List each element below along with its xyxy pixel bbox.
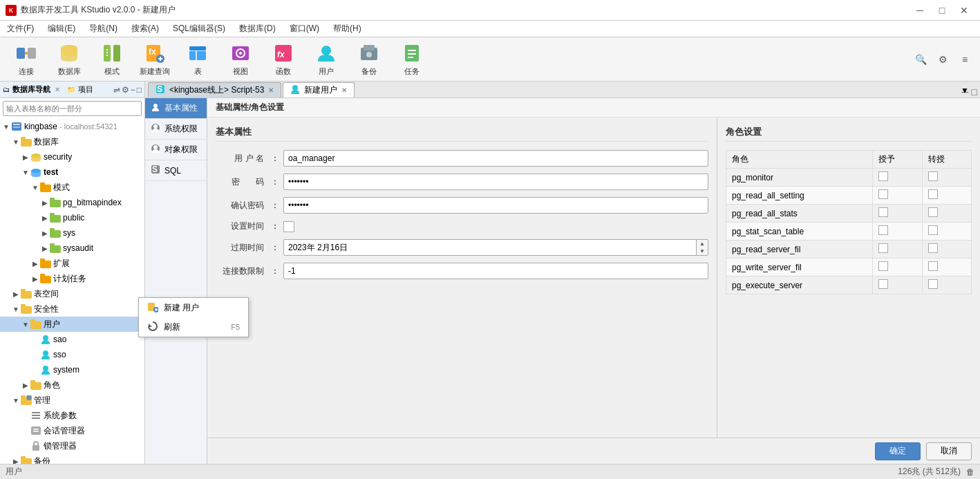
- tree-item-users[interactable]: ▼ 用户: [0, 317, 144, 332]
- confirm-pwd-input[interactable]: [283, 197, 708, 214]
- tree-item-pg-bitmapindex[interactable]: ▶ pg_bitmapindex: [0, 195, 144, 210]
- tree-toggle-sysaudit[interactable]: ▶: [40, 243, 50, 253]
- tab-script53[interactable]: S <kingbase线上> Script-53 ✕: [148, 82, 281, 97]
- with-grant-check-pg-read-server-fil[interactable]: [928, 243, 938, 253]
- sidebar-config-btn[interactable]: ⚙: [122, 85, 129, 95]
- expire-time-up[interactable]: ▲: [697, 240, 708, 247]
- sidebar-expand-btn[interactable]: □: [137, 85, 142, 95]
- grant-check-pg-read-server-fil[interactable]: [878, 243, 888, 253]
- menu-database[interactable]: 数据库(D): [232, 21, 283, 36]
- tree-item-lock-mgr[interactable]: ▶ 锁管理器: [0, 438, 144, 453]
- toolbar-view[interactable]: 视图: [220, 41, 261, 78]
- sidebar-close-btn[interactable]: ✕: [55, 86, 60, 93]
- tree-toggle-schedule[interactable]: ▶: [30, 274, 40, 283]
- grant-check-pg-execute-server[interactable]: [878, 279, 888, 289]
- toolbar-database[interactable]: 数据库: [48, 41, 90, 78]
- tree-toggle-security[interactable]: ▶: [21, 152, 30, 162]
- tab-bar-maximize[interactable]: □: [972, 86, 977, 97]
- tree-item-public[interactable]: ▶ public: [0, 210, 144, 225]
- tree-toggle-users[interactable]: ▼: [21, 319, 30, 329]
- tree-item-sao[interactable]: ▶ sao: [0, 332, 144, 347]
- tree-item-tablespace[interactable]: ▶ 表空间: [0, 286, 144, 301]
- grant-check-pg-read-all-stats[interactable]: [878, 207, 888, 217]
- tree-toggle-pg-bitmapindex[interactable]: ▶: [40, 198, 50, 207]
- tree-item-kingbase[interactable]: ▼ kingbase - localhost:54321: [0, 119, 144, 134]
- sidebar-collapse-btn[interactable]: −: [131, 85, 135, 95]
- grant-check-pg-stat-scan-table[interactable]: [878, 225, 888, 235]
- tree-item-security[interactable]: ▶ security: [0, 149, 144, 165]
- tree-item-extensions[interactable]: ▶ 扩展: [0, 256, 144, 271]
- tree-toggle-test[interactable]: ▼: [21, 167, 30, 177]
- tab-script53-close[interactable]: ✕: [268, 86, 274, 94]
- menu-help[interactable]: 帮助(H): [326, 21, 368, 36]
- search-toolbar-button[interactable]: 🔍: [911, 50, 930, 69]
- menu-sql-editor[interactable]: SQL编辑器(S): [166, 21, 232, 36]
- grant-check-pg-monitor[interactable]: [878, 171, 888, 181]
- tree-item-schedule[interactable]: ▶ 计划任务: [0, 271, 144, 286]
- tree-item-databases[interactable]: ▼ 数据库: [0, 134, 144, 149]
- minimize-button[interactable]: ─: [910, 3, 930, 17]
- tree-toggle-backup-node[interactable]: ▶: [11, 456, 21, 464]
- tree-toggle-databases[interactable]: ▼: [11, 137, 21, 147]
- toolbar-user[interactable]: 用户: [305, 41, 347, 78]
- menu-file[interactable]: 文件(F): [0, 21, 41, 36]
- context-menu-new-user[interactable]: 新建 用户: [139, 298, 248, 317]
- tree-toggle-public[interactable]: ▶: [40, 213, 50, 223]
- tree-item-security-node[interactable]: ▼ 安全性: [0, 301, 144, 317]
- set-time-checkbox[interactable]: [283, 221, 294, 232]
- maximize-button[interactable]: □: [932, 3, 952, 17]
- with-grant-check-pg-stat-scan-table[interactable]: [928, 225, 938, 235]
- tree-toggle-kingbase[interactable]: ▼: [1, 122, 11, 131]
- tree-toggle-sys[interactable]: ▶: [40, 228, 50, 238]
- trash-icon[interactable]: 🗑: [966, 467, 974, 477]
- toolbar-func[interactable]: fx 函数: [263, 41, 304, 78]
- tree-item-management[interactable]: ▼ 管理: [0, 393, 144, 408]
- grant-check-pg-write-server-fil[interactable]: [878, 261, 888, 271]
- toolbar-mode[interactable]: 模式: [91, 41, 133, 78]
- password-input[interactable]: [283, 173, 708, 190]
- filter-icon[interactable]: ▼: [961, 86, 969, 95]
- tree-item-roles[interactable]: ▶ 角色: [0, 377, 144, 393]
- form-nav-sql[interactable]: S SQL: [145, 160, 207, 181]
- sidebar-search-input[interactable]: [3, 101, 142, 116]
- close-button[interactable]: ✕: [954, 3, 974, 17]
- settings-toolbar-button[interactable]: ⚙: [933, 50, 952, 69]
- form-nav-sys-perms[interactable]: 系统权限: [145, 119, 207, 140]
- menu-window[interactable]: 窗口(W): [283, 21, 326, 36]
- tree-item-sso[interactable]: ▶ sso: [0, 347, 144, 362]
- expire-time-input[interactable]: [284, 243, 696, 252]
- conn-limit-input[interactable]: [283, 263, 708, 279]
- tree-toggle-tablespace[interactable]: ▶: [11, 289, 21, 299]
- form-nav-basic-props[interactable]: 基本属性: [145, 98, 207, 119]
- tree-toggle-extensions[interactable]: ▶: [30, 259, 40, 268]
- tree-toggle-security-node[interactable]: ▼: [11, 304, 21, 314]
- with-grant-check-pg-read-all-stats[interactable]: [928, 207, 938, 217]
- grant-check-pg-read-all-setting[interactable]: [878, 189, 888, 199]
- with-grant-check-pg-monitor[interactable]: [928, 171, 938, 181]
- form-nav-obj-perms[interactable]: 对象权限: [145, 140, 207, 160]
- with-grant-check-pg-write-server-fil[interactable]: [928, 261, 938, 271]
- tab-new-user-close[interactable]: ✕: [341, 86, 347, 94]
- expire-time-down[interactable]: ▼: [697, 247, 708, 255]
- tree-toggle-schemas[interactable]: ▼: [30, 182, 40, 192]
- with-grant-check-pg-execute-server[interactable]: [928, 279, 938, 289]
- tree-toggle-roles[interactable]: ▶: [21, 380, 30, 390]
- tree-item-system[interactable]: ▶ system: [0, 362, 144, 377]
- cancel-button[interactable]: 取消: [926, 442, 972, 460]
- confirm-button[interactable]: 确定: [875, 442, 921, 460]
- menu-search[interactable]: 搜索(A): [124, 21, 166, 36]
- context-menu-refresh[interactable]: 刷新 F5: [139, 317, 248, 337]
- tree-item-sys[interactable]: ▶ sys: [0, 225, 144, 241]
- tree-item-schemas[interactable]: ▼ 模式: [0, 180, 144, 195]
- with-grant-check-pg-read-all-setting[interactable]: [928, 189, 938, 199]
- tree-item-sysaudit[interactable]: ▶ sysaudit: [0, 241, 144, 256]
- menu-edit[interactable]: 编辑(E): [41, 21, 82, 36]
- toolbar-connect[interactable]: 连接: [6, 41, 47, 78]
- tree-item-sys-params[interactable]: ▶ 系统参数: [0, 408, 144, 423]
- more-toolbar-button[interactable]: ≡: [955, 50, 974, 69]
- toolbar-backup[interactable]: 备份: [348, 41, 390, 78]
- toolbar-new-query[interactable]: fx 新建查询: [134, 41, 176, 78]
- toolbar-table[interactable]: 表: [177, 41, 218, 78]
- tree-item-test[interactable]: ▼ test: [0, 165, 144, 180]
- username-input[interactable]: [283, 150, 708, 167]
